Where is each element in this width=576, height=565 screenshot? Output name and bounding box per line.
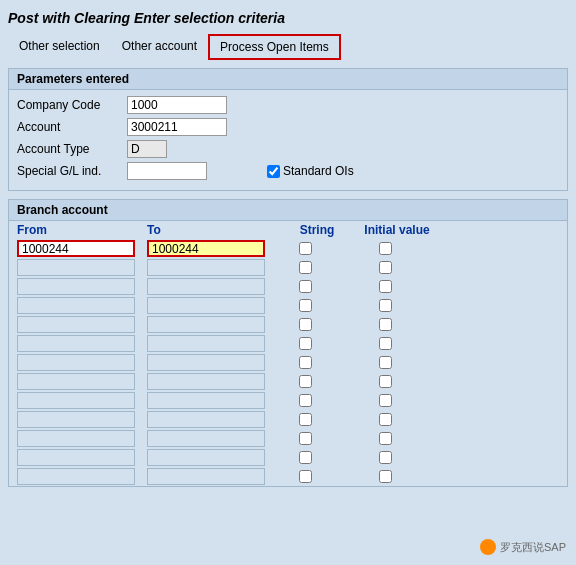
branch-row-12 (9, 467, 567, 486)
initial-checkbox-0[interactable] (379, 242, 392, 255)
watermark-icon (480, 539, 496, 555)
main-container: Post with Clearing Enter selection crite… (0, 0, 576, 499)
company-code-label: Company Code (17, 98, 127, 112)
string-checkbox-0[interactable] (299, 242, 312, 255)
initial-checkbox-1[interactable] (379, 261, 392, 274)
standard-ois-label: Standard OIs (283, 164, 354, 178)
branch-row-0 (9, 239, 567, 258)
col-from-header: From (17, 223, 147, 237)
initial-checkbox-6[interactable] (379, 356, 392, 369)
initial-checkbox-12[interactable] (379, 470, 392, 483)
special-gl-row: Special G/L ind. Standard OIs (17, 162, 559, 180)
initial-checkbox-9[interactable] (379, 413, 392, 426)
initial-checkbox-2[interactable] (379, 280, 392, 293)
branch-row-8 (9, 391, 567, 410)
initial-checkbox-11[interactable] (379, 451, 392, 464)
col-initial-header: Initial value (357, 223, 437, 237)
initial-checkbox-8[interactable] (379, 394, 392, 407)
string-checkbox-9[interactable] (299, 413, 312, 426)
account-type-label: Account Type (17, 142, 127, 156)
account-row: Account (17, 118, 559, 136)
standard-ois-row: Standard OIs (267, 164, 354, 178)
standard-ois-checkbox[interactable] (267, 165, 280, 178)
account-type-input[interactable] (127, 140, 167, 158)
branch-from-input-7[interactable] (17, 373, 135, 390)
string-checkbox-6[interactable] (299, 356, 312, 369)
special-gl-input[interactable] (127, 162, 207, 180)
branch-header: From To String Initial value (9, 221, 567, 239)
string-checkbox-5[interactable] (299, 337, 312, 350)
col-string-header: String (277, 223, 357, 237)
initial-checkbox-3[interactable] (379, 299, 392, 312)
branch-to-input-1[interactable] (147, 259, 265, 276)
branch-from-input-3[interactable] (17, 297, 135, 314)
parameters-title: Parameters entered (9, 69, 567, 90)
branch-to-input-3[interactable] (147, 297, 265, 314)
watermark: 罗克西说SAP (480, 539, 566, 555)
initial-checkbox-7[interactable] (379, 375, 392, 388)
branch-title: Branch account (9, 200, 567, 221)
branch-to-input-4[interactable] (147, 316, 265, 333)
parameters-section: Parameters entered Company Code Account … (8, 68, 568, 191)
branch-to-input-8[interactable] (147, 392, 265, 409)
branch-to-input-6[interactable] (147, 354, 265, 371)
initial-checkbox-5[interactable] (379, 337, 392, 350)
branch-from-input-1[interactable] (17, 259, 135, 276)
tab-other-account[interactable]: Other account (111, 34, 208, 60)
parameters-body: Company Code Account Account Type Specia… (9, 90, 567, 190)
branch-from-input-10[interactable] (17, 430, 135, 447)
string-checkbox-12[interactable] (299, 470, 312, 483)
branch-from-input-2[interactable] (17, 278, 135, 295)
branch-from-input-4[interactable] (17, 316, 135, 333)
company-code-row: Company Code (17, 96, 559, 114)
string-checkbox-8[interactable] (299, 394, 312, 407)
branch-from-input-0[interactable] (17, 240, 135, 257)
branch-row-1 (9, 258, 567, 277)
account-type-row: Account Type (17, 140, 559, 158)
branch-section: Branch account From To String Initial va… (8, 199, 568, 487)
branch-row-10 (9, 429, 567, 448)
account-input[interactable] (127, 118, 227, 136)
branch-to-input-7[interactable] (147, 373, 265, 390)
branch-to-input-12[interactable] (147, 468, 265, 485)
company-code-input[interactable] (127, 96, 227, 114)
branch-from-input-6[interactable] (17, 354, 135, 371)
branch-row-7 (9, 372, 567, 391)
branch-row-4 (9, 315, 567, 334)
branch-row-5 (9, 334, 567, 353)
initial-checkbox-4[interactable] (379, 318, 392, 331)
branch-to-input-10[interactable] (147, 430, 265, 447)
string-checkbox-4[interactable] (299, 318, 312, 331)
branch-to-input-9[interactable] (147, 411, 265, 428)
branch-from-input-9[interactable] (17, 411, 135, 428)
branch-row-9 (9, 410, 567, 429)
branch-row-6 (9, 353, 567, 372)
branch-from-input-5[interactable] (17, 335, 135, 352)
branch-to-input-2[interactable] (147, 278, 265, 295)
string-checkbox-1[interactable] (299, 261, 312, 274)
string-checkbox-7[interactable] (299, 375, 312, 388)
branch-row-2 (9, 277, 567, 296)
tab-process-open-items[interactable]: Process Open Items (208, 34, 341, 60)
branch-row-11 (9, 448, 567, 467)
string-checkbox-2[interactable] (299, 280, 312, 293)
string-checkbox-11[interactable] (299, 451, 312, 464)
watermark-text: 罗克西说SAP (500, 540, 566, 555)
tab-bar: Other selection Other account Process Op… (8, 34, 568, 60)
branch-from-input-11[interactable] (17, 449, 135, 466)
account-label: Account (17, 120, 127, 134)
string-checkbox-3[interactable] (299, 299, 312, 312)
branch-from-input-8[interactable] (17, 392, 135, 409)
tab-other-selection[interactable]: Other selection (8, 34, 111, 60)
page-title: Post with Clearing Enter selection crite… (8, 8, 568, 28)
string-checkbox-10[interactable] (299, 432, 312, 445)
special-gl-label: Special G/L ind. (17, 164, 127, 178)
branch-to-input-11[interactable] (147, 449, 265, 466)
initial-checkbox-10[interactable] (379, 432, 392, 445)
branch-to-input-5[interactable] (147, 335, 265, 352)
branch-rows (9, 239, 567, 486)
col-to-header: To (147, 223, 277, 237)
branch-to-input-0[interactable] (147, 240, 265, 257)
branch-row-3 (9, 296, 567, 315)
branch-from-input-12[interactable] (17, 468, 135, 485)
